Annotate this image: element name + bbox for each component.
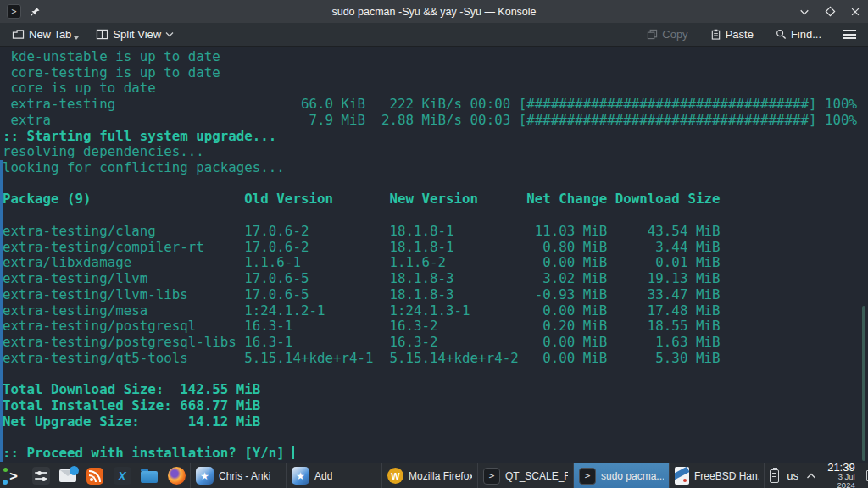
terminal-cursor <box>292 446 294 459</box>
search-icon <box>776 29 787 40</box>
terminal-line: core is up to date <box>0 80 868 97</box>
terminal-line <box>0 208 868 224</box>
task-label: Mozilla Firefox <box>409 470 472 482</box>
terminal-line: extra-testing/postgresql-libs 16.3-1 16.… <box>0 335 868 351</box>
taskbar-task-button[interactable]: ★Add <box>286 463 381 488</box>
clock-date: 3 Jul 2024 <box>824 473 855 488</box>
rss-reader-icon[interactable] <box>85 466 105 486</box>
chevron-down-icon <box>165 31 174 37</box>
audio-mixer-icon[interactable] <box>31 466 51 486</box>
file-manager-icon[interactable] <box>139 466 159 486</box>
terminal-line: kde-unstable is up to date <box>0 49 868 65</box>
terminal-line: Net Upgrade Size: 14.12 MiB <box>0 414 868 430</box>
terminal-line: extra 7.9 MiB 2.88 MiB/s 00:03 [########… <box>0 113 868 129</box>
taskbar-launchers: > X <box>0 463 190 488</box>
app-launcher-icon[interactable]: > <box>3 466 24 486</box>
terminal-line: extra-testing/clang 17.0.6-2 18.1.8-1 11… <box>0 224 868 240</box>
terminal-prompt-line: :: Proceed with installation? [Y/n] <box>0 446 868 462</box>
terminal-output[interactable]: kde-unstable is up to date core-testing … <box>0 47 868 463</box>
new-tab-dropdown-mark <box>74 36 79 40</box>
task-label: Chris - Anki <box>219 470 270 482</box>
taskbar-task-button[interactable]: WMozilla Firefox <box>381 463 477 488</box>
terminal-line: looking for conflicting packages... <box>0 160 868 176</box>
new-tab-icon <box>12 29 25 40</box>
taskbar-task-button[interactable]: >QT_SCALE_F... <box>477 463 573 488</box>
split-view-button[interactable]: Split View <box>91 25 179 43</box>
minimize-button[interactable] <box>798 6 810 18</box>
clipboard-tray-icon[interactable] <box>770 469 779 483</box>
firefox-icon[interactable] <box>166 466 186 486</box>
task-label: Add <box>314 470 332 482</box>
terminal-line: extra/libxdamage 1.1.6-1 1.1.6-2 0.00 Mi… <box>0 255 868 271</box>
terminal-line: Package (9) Old Version New Version Net … <box>0 191 868 208</box>
scrollbar-handle[interactable] <box>862 306 865 461</box>
terminal-line: resolving dependencies... <box>0 144 868 160</box>
find-button[interactable]: Find... <box>771 25 826 43</box>
window-title: sudo pacman -Syu && yay -Syu — Konsole <box>0 6 868 18</box>
system-tray: us 21:39 3 Jul 2024 <box>765 463 868 488</box>
new-tab-button[interactable]: New Tab <box>7 25 84 43</box>
terminal-line: extra-testing 66.0 KiB 222 KiB/s 00:00 [… <box>0 97 868 113</box>
terminal-line <box>0 430 868 446</box>
terminal-line: extra-testing/mesa 1:24.1.2-1 1:24.1.3-1… <box>0 303 868 319</box>
window-titlebar[interactable]: > sudo pacman -Syu && yay -Syu — Konsole <box>0 0 868 23</box>
taskbar-task-button[interactable]: ★Chris - Anki <box>190 463 286 488</box>
terminal-line: :: Starting full system upgrade... <box>0 129 868 145</box>
task-label: FreeBSD Han... <box>694 470 759 482</box>
task-label: sudo pacma... <box>601 470 664 482</box>
clock-time: 21:39 <box>824 462 855 474</box>
pin-icon[interactable] <box>30 6 41 17</box>
terminal-line <box>0 366 868 382</box>
terminal-line: core-testing is up to date <box>0 65 868 81</box>
terminal-line: extra-testing/postgresql 16.3-1 16.3-2 0… <box>0 319 868 335</box>
terminal-line: Total Installed Size: 668.77 MiB <box>0 398 868 414</box>
terminal-line: extra-testing/compiler-rt 17.0.6-2 18.1.… <box>0 240 868 256</box>
paste-icon <box>710 29 721 40</box>
terminal-line: Total Download Size: 142.55 MiB <box>0 382 868 398</box>
terminal-line: extra-testing/llvm-libs 17.0.6-5 18.1.8-… <box>0 287 868 303</box>
vscode-icon[interactable]: X <box>112 466 132 486</box>
terminal-line: extra-testing/llvm 17.0.6-5 18.1.8-3 3.0… <box>0 271 868 287</box>
taskbar: > X ★Chris - Anki★AddWMozilla Firefox>QT… <box>0 463 868 488</box>
mail-icon[interactable] <box>58 466 78 486</box>
terminal-scrollbar[interactable] <box>860 47 868 463</box>
close-button[interactable] <box>849 6 861 18</box>
maximize-button[interactable] <box>824 6 836 18</box>
taskbar-task-button[interactable]: >sudo pacma... <box>573 463 669 488</box>
taskbar-task-button[interactable]: FreeBSD Han... <box>669 463 765 488</box>
terminal-line <box>0 176 868 192</box>
desktop: > sudo pacman -Syu && yay -Syu — Konsole… <box>0 0 868 488</box>
paste-button[interactable]: Paste <box>705 25 759 43</box>
konsole-window-icon: > <box>7 4 21 19</box>
hamburger-icon <box>843 30 856 39</box>
show-desktop-button[interactable] <box>865 470 868 481</box>
konsole-toolbar: New Tab Split View Copy Paste Find... <box>0 23 868 47</box>
copy-button[interactable]: Copy <box>642 25 693 43</box>
keyboard-layout-indicator[interactable]: us <box>787 469 798 482</box>
digital-clock[interactable]: 21:39 3 Jul 2024 <box>824 462 857 488</box>
split-view-icon <box>96 29 108 40</box>
tray-expander-chevron-up-icon[interactable] <box>806 470 816 482</box>
copy-icon <box>647 29 658 40</box>
menu-button[interactable] <box>838 27 861 42</box>
task-label: QT_SCALE_F... <box>505 470 568 482</box>
terminal-line: extra-testing/qt5-tools 5.15.14+kde+r4-1… <box>0 351 868 367</box>
